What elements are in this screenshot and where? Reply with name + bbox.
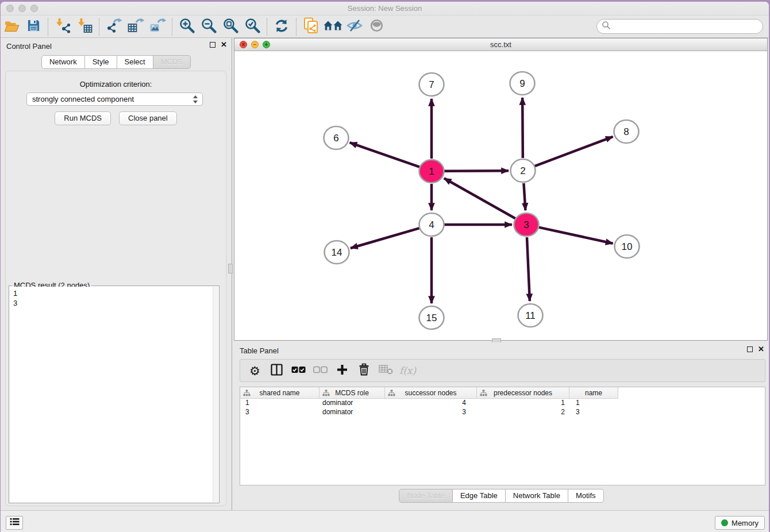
cell-predecessor-nodes: 1	[477, 399, 569, 408]
duplicate-network-button[interactable]	[300, 17, 322, 37]
graph-edge-2-9[interactable]	[522, 98, 523, 158]
columns-icon	[271, 364, 283, 378]
cell-shared-name: 1	[240, 399, 319, 408]
select-all-button[interactable]	[290, 361, 307, 380]
table-row[interactable]: 1 dominator 4 1 1	[240, 399, 765, 408]
zoom-selected-button[interactable]	[241, 17, 263, 37]
eye-gray-icon	[369, 18, 384, 35]
attribute-tree-icon	[243, 390, 251, 398]
delete-table-button[interactable]	[377, 361, 395, 380]
tab-node-table[interactable]: Node Table	[399, 489, 453, 503]
zoom-out-icon	[201, 17, 217, 36]
open-folder-icon	[4, 20, 20, 34]
toolbar-separator	[172, 18, 172, 36]
fx-icon: f(x)	[399, 365, 416, 376]
graph-edge-2-8[interactable]	[535, 137, 613, 166]
toolbar-separator	[99, 18, 99, 36]
column-header-predecessor-nodes[interactable]: predecessor nodes	[477, 387, 569, 399]
show-panels-button[interactable]	[365, 17, 387, 37]
refresh-button[interactable]	[271, 17, 292, 37]
tab-edge-table[interactable]: Edge Table	[453, 489, 506, 503]
tab-select[interactable]: Select	[117, 55, 153, 69]
memory-status-icon	[721, 519, 728, 526]
duplicate-network-icon	[303, 17, 319, 36]
graph-edge-3-1[interactable]	[444, 178, 515, 218]
network-window-titlebar[interactable]: × − + scc.txt	[234, 38, 767, 51]
split-columns-button[interactable]	[268, 361, 286, 380]
control-panel-title: Control Panel	[6, 42, 52, 51]
tab-motifs[interactable]: Motifs	[568, 489, 604, 503]
column-label: name	[585, 389, 602, 397]
zoom-fit-button[interactable]	[220, 17, 241, 37]
checked-boxes-icon	[291, 365, 306, 376]
graph-node-label-11: 11	[525, 310, 536, 321]
column-label: shared name	[259, 389, 299, 397]
column-label: predecessor nodes	[494, 389, 552, 397]
float-panel-icon[interactable]	[747, 346, 753, 352]
delete-column-button[interactable]	[355, 361, 373, 380]
column-header-name[interactable]: name	[569, 387, 618, 399]
result-item: 1	[13, 288, 218, 298]
import-table-icon	[76, 18, 93, 36]
mcds-result-list[interactable]: 1 3	[10, 287, 218, 502]
graph-edge-4-14[interactable]	[351, 228, 419, 248]
graph-edge-3-11[interactable]	[527, 237, 530, 301]
run-mcds-button[interactable]: Run MCDS	[55, 111, 111, 125]
toolbar-separator	[48, 18, 48, 36]
close-panel-button[interactable]: Close panel	[119, 111, 177, 125]
graph-edge-1-6[interactable]	[350, 142, 420, 167]
dropdown-stepper-icon	[193, 95, 198, 103]
tab-mcds[interactable]: MCDS	[153, 55, 191, 69]
float-panel-icon[interactable]	[210, 42, 215, 48]
result-scrollbar[interactable]	[213, 287, 218, 502]
network-canvas[interactable]: 1234678910111415	[234, 51, 767, 340]
zoom-in-button[interactable]	[176, 17, 198, 37]
cell-successor-nodes: 4	[385, 399, 477, 408]
task-history-button[interactable]	[6, 516, 23, 530]
result-item: 3	[13, 298, 218, 308]
graph-node-label-8: 8	[623, 126, 629, 137]
function-builder-button[interactable]: f(x)	[399, 361, 417, 380]
graph-edge-1-2[interactable]	[444, 171, 509, 171]
cell-mcds-role: dominator	[319, 399, 385, 408]
open-session-button[interactable]	[1, 17, 22, 37]
criterion-dropdown[interactable]: strongly connected component	[26, 92, 203, 106]
graph-node-label-6: 6	[333, 133, 338, 144]
deselect-all-button[interactable]	[311, 361, 329, 380]
add-column-button[interactable]	[333, 361, 351, 380]
export-image-button[interactable]	[147, 17, 168, 37]
column-header-shared-name[interactable]: shared name	[240, 387, 319, 399]
control-panel-tabs: Network Style Select MCDS	[1, 55, 232, 69]
graph-node-label-1: 1	[429, 166, 434, 177]
import-network-button[interactable]	[52, 17, 74, 37]
global-search-field[interactable]	[596, 19, 763, 34]
tab-network[interactable]: Network	[41, 55, 85, 69]
export-table-icon	[128, 18, 144, 36]
export-table-button[interactable]	[125, 17, 147, 37]
table-settings-button[interactable]: ⚙	[246, 361, 264, 380]
gear-icon: ⚙	[249, 365, 260, 377]
import-table-button[interactable]	[74, 17, 95, 37]
close-panel-icon[interactable]: ✕	[758, 346, 764, 352]
search-input[interactable]	[611, 21, 763, 32]
zoom-out-button[interactable]	[198, 17, 220, 37]
hide-panels-button[interactable]	[344, 17, 365, 37]
graph-edge-2-3[interactable]	[523, 183, 525, 210]
vertical-splitter-handle[interactable]	[228, 264, 233, 273]
column-header-mcds-role[interactable]: MCDS role	[319, 387, 385, 399]
save-session-button[interactable]	[22, 17, 44, 37]
eye-slash-icon	[346, 18, 363, 35]
network-graph[interactable]: 1234678910111415	[234, 51, 767, 340]
import-network-icon	[55, 18, 71, 36]
memory-button[interactable]: Memory	[715, 516, 765, 530]
tab-style[interactable]: Style	[85, 55, 117, 69]
zoom-fit-icon	[222, 17, 239, 36]
graph-node-label-15: 15	[426, 313, 437, 323]
table-row[interactable]: 3 dominator 3 2 3	[240, 408, 765, 417]
graph-edge-3-10[interactable]	[538, 228, 613, 244]
tab-network-table[interactable]: Network Table	[506, 489, 568, 503]
home-button[interactable]	[322, 17, 344, 37]
column-header-successor-nodes[interactable]: successor nodes	[385, 387, 477, 399]
export-network-button[interactable]	[103, 17, 125, 37]
close-panel-icon[interactable]: ✕	[221, 42, 227, 48]
